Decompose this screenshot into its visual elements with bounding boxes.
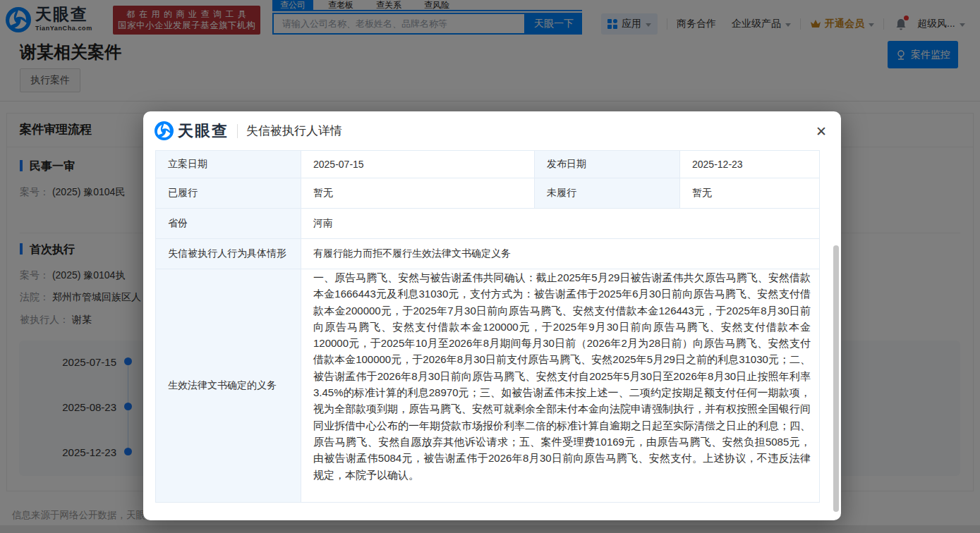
tianyancha-logo: 天眼查	[155, 121, 229, 142]
performed-value: 暂无	[301, 178, 535, 209]
filing-date-value: 2025-07-15	[301, 151, 535, 178]
behavior-label: 失信被执行人行为具体情形	[156, 239, 301, 269]
behavior-value: 有履行能力而拒不履行生效法律文书确定义务	[301, 239, 820, 269]
modal-scrollbar[interactable]	[833, 245, 839, 512]
province-value: 河南	[301, 209, 820, 239]
detail-table: 立案日期 2025-07-15 发布日期 2025-12-23 已履行 暂无 未…	[155, 150, 820, 503]
divider	[237, 124, 238, 138]
dishonest-person-detail-modal: 天眼查 失信被执行人详情 ✕ 立案日期 2025-07-15 发布日期 2025…	[143, 111, 841, 520]
modal-header: 天眼查 失信被执行人详情	[143, 111, 841, 150]
filing-date-label: 立案日期	[156, 151, 301, 178]
table-row: 省份 河南	[156, 209, 820, 239]
publish-date-value: 2025-12-23	[680, 151, 820, 178]
page-root: 天眼查 TianYanCha.com 都在用的商业查询工具 国家中小企业发展子基…	[0, 0, 980, 533]
obligation-label: 生效法律文书确定的义务	[156, 269, 301, 503]
province-label: 省份	[156, 209, 301, 239]
table-row: 失信被执行人行为具体情形 有履行能力而拒不履行生效法律文书确定义务	[156, 239, 820, 269]
tianyancha-logo-icon	[155, 121, 174, 140]
table-row: 已履行 暂无 未履行 暂无	[156, 178, 820, 209]
table-row: 生效法律文书确定的义务 一、原告马腾飞、安然与被告谢孟伟共同确认：截止2025年…	[156, 269, 820, 503]
brand-name: 天眼查	[178, 121, 229, 142]
unperformed-value: 暂无	[680, 178, 820, 209]
modal-title: 失信被执行人详情	[246, 123, 342, 139]
publish-date-label: 发布日期	[535, 151, 680, 178]
close-icon[interactable]: ✕	[813, 123, 830, 140]
obligation-value: 一、原告马腾飞、安然与被告谢孟伟共同确认：截止2025年5月29日被告谢孟伟共欠…	[301, 269, 820, 503]
table-row: 立案日期 2025-07-15 发布日期 2025-12-23	[156, 151, 820, 178]
unperformed-label: 未履行	[535, 178, 680, 209]
performed-label: 已履行	[156, 178, 301, 209]
